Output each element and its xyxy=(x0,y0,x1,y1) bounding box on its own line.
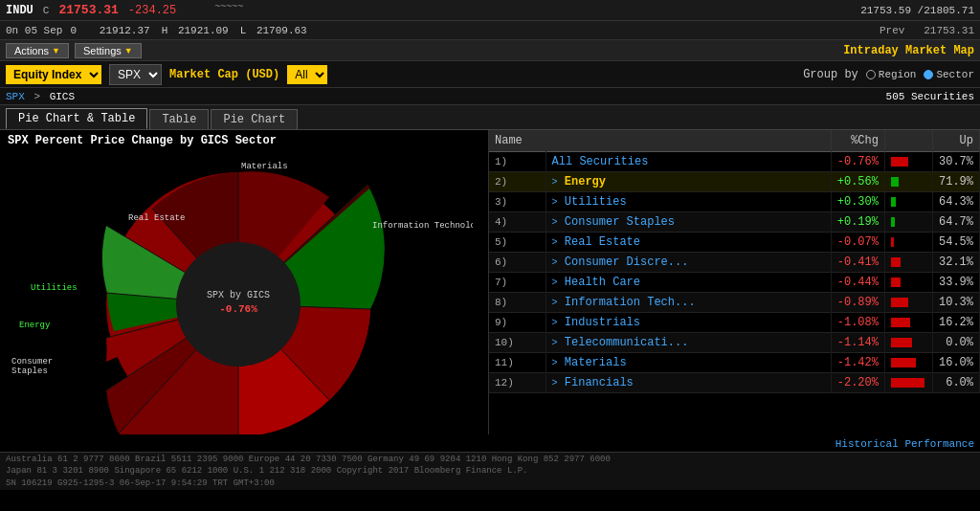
breadcrumb-current: GICS xyxy=(50,91,75,102)
settings-button[interactable]: Settings ▼ xyxy=(75,43,142,58)
row-pct-change: -1.08% xyxy=(831,313,884,333)
row-pct-change: -0.76% xyxy=(831,152,884,172)
row-bar-cell xyxy=(884,273,932,293)
mktcap-all-dropdown[interactable]: All xyxy=(287,65,327,84)
row-expand-arrow[interactable]: > xyxy=(552,237,558,248)
row-up-val: 71.9% xyxy=(932,172,979,192)
row-name[interactable]: > Utilities xyxy=(546,192,831,212)
breadcrumb-separator: > xyxy=(33,91,40,102)
row-number: 10) xyxy=(489,333,546,353)
row-number: 12) xyxy=(489,373,546,393)
tab-pie-chart-table[interactable]: Pie Chart & Table xyxy=(6,108,147,129)
table-row[interactable]: 7) > Health Care -0.44% 33.9% xyxy=(489,273,980,293)
row-number: 11) xyxy=(489,353,546,373)
row-expand-arrow[interactable]: > xyxy=(552,378,558,389)
row-name-label: Telecommunicati... xyxy=(565,336,689,349)
status-line-3: SN 106219 G925-1295-3 06-Sep-17 9:54:29 … xyxy=(6,478,974,490)
row-up-val: 33.9% xyxy=(932,273,979,293)
prev-label: Prev 21753.31 xyxy=(880,25,974,36)
row-pct-change: -2.20% xyxy=(831,373,884,393)
actions-button[interactable]: Actions ▼ xyxy=(6,43,69,58)
actions-arrow-icon: ▼ xyxy=(52,46,60,56)
row-name[interactable]: > Health Care xyxy=(546,273,831,293)
row-bar-cell xyxy=(884,172,932,192)
center-text-label: SPX by GICS xyxy=(207,290,270,300)
spx-dropdown[interactable]: SPX xyxy=(109,64,162,85)
row-name[interactable]: > Industrials xyxy=(546,313,831,333)
table-body: 1) All Securities -0.76% 30.7% 2) > Ener… xyxy=(489,152,980,393)
row-name[interactable]: > Financials xyxy=(546,373,831,393)
row-expand-arrow[interactable]: > xyxy=(552,197,558,208)
ticker-right-price: 21753.59 /21805.71 xyxy=(860,5,974,16)
sector-radio[interactable]: Sector xyxy=(924,69,974,80)
row-name[interactable]: > Consumer Discre... xyxy=(546,253,831,273)
row-up-val: 30.7% xyxy=(932,152,979,172)
mini-chart: ~~~~~ xyxy=(214,2,243,12)
row-pct-change: -0.41% xyxy=(831,253,884,273)
row-up-val: 64.3% xyxy=(932,192,979,212)
row-name-label: Consumer Staples xyxy=(565,215,675,229)
settings-arrow-icon: ▼ xyxy=(124,46,133,56)
pie-chart-container: SPX by GICS -0.76% Materials Information… xyxy=(4,151,473,448)
row-name[interactable]: > Real Estate xyxy=(546,233,831,253)
row-bar-cell xyxy=(884,152,932,172)
table-row[interactable]: 10) > Telecommunicati... -1.14% 0.0% xyxy=(489,333,980,353)
row-expand-arrow[interactable]: > xyxy=(552,257,558,268)
table-row[interactable]: 6) > Consumer Discre... -0.41% 32.1% xyxy=(489,253,980,273)
table-row[interactable]: 11) > Materials -1.42% 16.0% xyxy=(489,353,980,373)
row-bar-cell xyxy=(884,233,932,253)
low-val: L 21709.63 xyxy=(240,25,311,36)
hist-perf-bar: Historical Performance xyxy=(0,434,980,452)
table-row[interactable]: 2) > Energy +0.56% 71.9% xyxy=(489,172,980,192)
breadcrumb-parent[interactable]: SPX xyxy=(6,91,25,102)
row-name[interactable]: > Consumer Staples xyxy=(546,212,831,233)
table-row[interactable]: 12) > Financials -2.20% 6.0% xyxy=(489,373,980,393)
row-name[interactable]: > Materials xyxy=(546,353,831,373)
equity-index-dropdown[interactable]: Equity Index xyxy=(6,65,101,84)
table-row[interactable]: 3) > Utilities +0.30% 64.3% xyxy=(489,192,980,212)
row-expand-arrow[interactable]: > xyxy=(552,358,558,368)
label-cstaples2: Staples xyxy=(11,367,48,376)
menu-bar: Actions ▼ Settings ▼ Intraday Market Map xyxy=(0,40,980,61)
row-pct-change: -0.44% xyxy=(831,273,884,293)
row-name[interactable]: > Telecommunicati... xyxy=(546,333,831,353)
row-expand-arrow[interactable]: > xyxy=(552,217,558,228)
tab-pie-chart[interactable]: Pie Chart xyxy=(211,109,298,129)
label-infotech: Information Technology xyxy=(372,221,473,231)
table-row[interactable]: 1) All Securities -0.76% 30.7% xyxy=(489,152,980,172)
row-pct-change: -0.89% xyxy=(831,293,884,313)
bar-neg-icon xyxy=(891,318,910,327)
region-radio[interactable]: Region xyxy=(866,69,917,80)
table-row[interactable]: 8) > Information Tech... -0.89% 10.3% xyxy=(489,293,980,313)
row-expand-arrow[interactable]: > xyxy=(552,177,558,188)
label-energy: Energy xyxy=(19,321,51,330)
status-line-1: Australia 61 2 9777 8600 Brazil 5511 239… xyxy=(6,454,974,466)
bar-neg-icon xyxy=(891,157,908,167)
row-name-label: Health Care xyxy=(565,276,640,289)
row-name-label: All Securities xyxy=(552,155,649,168)
historical-performance-link[interactable]: Historical Performance xyxy=(835,438,974,450)
tab-table[interactable]: Table xyxy=(149,109,209,129)
main-content: SPX Percent Price Change by GICS Sector xyxy=(0,130,980,434)
data-table: Name %Chg Up 1) All Securities -0.76% 30… xyxy=(489,130,980,393)
row-name[interactable]: > Information Tech... xyxy=(546,293,831,313)
row-expand-arrow[interactable]: > xyxy=(552,278,558,288)
table-row[interactable]: 9) > Industrials -1.08% 16.2% xyxy=(489,313,980,333)
table-row[interactable]: 5) > Real Estate -0.07% 54.5% xyxy=(489,233,980,253)
table-row[interactable]: 4) > Consumer Staples +0.19% 64.7% xyxy=(489,212,980,233)
row-expand-arrow[interactable]: > xyxy=(552,318,558,328)
row-number: 1) xyxy=(489,152,546,172)
row-name[interactable]: All Securities xyxy=(546,152,831,172)
bar-neg-icon xyxy=(891,298,908,307)
row-number: 4) xyxy=(489,212,546,233)
label-materials: Materials xyxy=(241,162,288,171)
status-line-2: Japan 81 3 3201 8900 Singapore 65 6212 1… xyxy=(6,465,974,478)
row-expand-arrow[interactable]: > xyxy=(552,338,558,348)
row-expand-arrow[interactable]: > xyxy=(552,298,558,308)
bar-pos-icon xyxy=(891,177,899,187)
col-pctchg: %Chg xyxy=(831,130,884,152)
row-name[interactable]: > Energy xyxy=(546,172,831,192)
on-label: 0n 05 Sep xyxy=(6,25,62,36)
row-pct-change: +0.56% xyxy=(831,172,884,192)
ticker-bar: INDU C 21753.31 -234.25 ~~~~~ 21753.59 /… xyxy=(0,0,980,21)
